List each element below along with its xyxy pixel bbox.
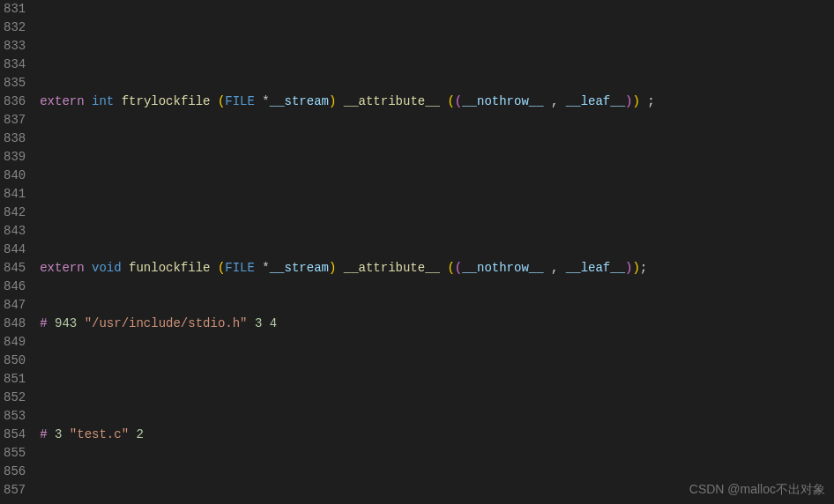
line-number: 853 — [4, 407, 26, 426]
line-number: 857 — [4, 481, 26, 500]
line-number: 846 — [4, 278, 26, 296]
line-number: 851 — [4, 370, 26, 389]
line-number: 834 — [4, 56, 26, 74]
line-number: 840 — [4, 167, 26, 185]
line-number: 832 — [4, 19, 26, 37]
line-number: 850 — [4, 352, 26, 370]
line-number: 835 — [4, 74, 26, 93]
line-number: 852 — [4, 389, 26, 407]
line-number: 849 — [4, 333, 26, 352]
line-number: 854 — [4, 426, 26, 444]
code-line — [40, 148, 834, 167]
code-area[interactable]: extern int ftrylockfile (FILE *__stream)… — [33, 0, 834, 504]
line-number: 838 — [4, 130, 26, 148]
line-number: 855 — [4, 444, 26, 463]
code-line — [40, 37, 834, 56]
code-line: extern void funlockfile (FILE *__stream)… — [40, 259, 834, 278]
line-number: 842 — [4, 204, 26, 222]
watermark: CSDN @malloc不出对象 — [689, 480, 825, 499]
line-number: 848 — [4, 315, 26, 333]
code-editor[interactable]: 8318328338348358368378388398408418428438… — [0, 0, 834, 504]
line-number: 836 — [4, 93, 26, 111]
line-number: 837 — [4, 111, 26, 130]
code-line: # 3 "test.c" 2 — [40, 426, 834, 444]
code-line — [40, 370, 834, 389]
line-number-gutter: 8318328338348358368378388398408418428438… — [0, 0, 33, 504]
code-line: # 943 "/usr/include/stdio.h" 3 4 — [40, 315, 834, 333]
line-number: 831 — [4, 0, 26, 19]
line-number: 856 — [4, 463, 26, 481]
line-number: 843 — [4, 222, 26, 241]
line-number: 847 — [4, 296, 26, 315]
line-number: 833 — [4, 37, 26, 56]
code-line — [40, 204, 834, 222]
code-line: extern int ftrylockfile (FILE *__stream)… — [40, 93, 834, 111]
line-number: 841 — [4, 185, 26, 204]
line-number: 844 — [4, 241, 26, 259]
line-number: 839 — [4, 148, 26, 167]
line-number: 845 — [4, 259, 26, 278]
